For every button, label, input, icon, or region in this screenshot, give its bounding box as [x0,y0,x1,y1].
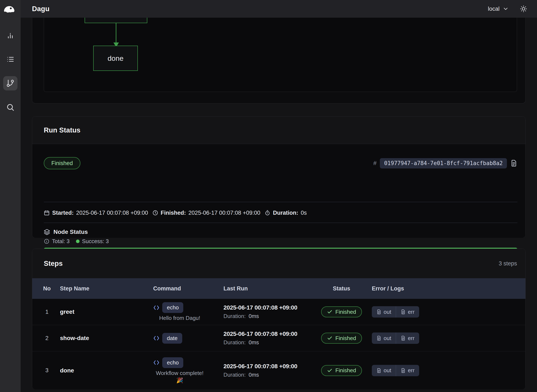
stdout-label: out [384,335,391,341]
run-status-card: Run Status Finished # 01977947-a784-7e01… [32,116,526,238]
sidebar-item-search[interactable] [3,100,18,114]
node-status-title: Node Status [53,229,88,235]
dag-graph-canvas: done [44,18,517,92]
sidebar [0,0,21,392]
duration-label: Duration: [223,372,246,378]
steps-table-header: No Step Name Command Last Run Status Err… [32,278,525,299]
started-value: 2025-06-17 00:07:08 +09:00 [76,210,148,216]
run-times-row: Started: 2025-06-17 00:07:08 +09:00 Fini… [44,207,307,219]
stderr-log-button[interactable]: err [396,365,419,376]
sidebar-item-dag-list[interactable] [3,52,18,66]
col-header-last-run: Last Run [223,278,325,299]
run-id-value[interactable]: 01977947-a784-7e01-8fcf-791acfbab8a2 [380,158,507,168]
run-id-group: # 01977947-a784-7e01-8fcf-791acfbab8a2 [373,158,518,168]
duration-value: 0ms [249,372,259,378]
node-counts-row: Total: 3 Success: 3 [44,238,109,245]
step-no: 3 [41,351,53,389]
stderr-log-button[interactable]: err [396,306,419,317]
dag-node-label: done [108,54,123,62]
command-args: Hello from Dagu! [154,314,206,322]
git-branch-icon [6,79,14,88]
info-icon [44,238,49,244]
check-icon [327,368,332,373]
steps-count: 3 steps [499,260,517,267]
duration-label: Duration: [223,339,246,346]
step-status-badge: Finished [321,333,362,344]
file-text-icon [377,368,382,373]
steps-table-body: 1 greet echo Hello from Dagu! [32,299,525,389]
sidebar-nav [0,28,21,114]
sidebar-item-dashboard[interactable] [3,28,18,42]
table-row: 2 show-date date [32,325,525,351]
stdout-log-button[interactable]: out [372,365,396,376]
layers-icon [44,229,50,235]
chevron-down-icon [503,6,509,12]
command-args: Workflow complete! 🎉 [154,369,206,384]
duration-value: 0ms [249,313,259,319]
col-header-status: Status [312,278,371,299]
dag-visualization-card: done [32,18,526,103]
status-badge-label: Finished [51,160,73,167]
top-bar: Dagu local [21,0,537,18]
file-text-icon [401,309,406,314]
sidebar-item-dag-runs[interactable] [3,76,18,90]
app-window: Dagu local [0,0,537,392]
duration-value: 0ms [249,339,259,346]
search-icon [6,103,14,112]
stdout-log-button[interactable]: out [372,332,396,344]
environment-label: local [488,6,499,12]
run-status-badge: Finished [44,157,80,169]
code-icon [153,359,160,366]
dag-edge [116,23,116,43]
file-text-icon [377,309,382,314]
table-row: 1 greet echo Hello from Dagu! [32,299,525,325]
stderr-label: err [408,335,415,341]
dag-node-partial[interactable] [85,18,147,23]
log-buttons: out err [372,306,419,317]
copy-run-id-button[interactable] [510,160,518,167]
dagu-logo[interactable] [4,5,15,14]
step-status-badge: Finished [321,306,362,317]
main-content: done Run Status Finished # 01977947-a784… [21,18,537,392]
environment-selector[interactable]: local [488,6,509,12]
run-status-header: Run Status [32,117,525,144]
finished-value: 2025-06-17 00:07:08 +09:00 [188,210,260,216]
node-status-row: Node Status [44,228,88,236]
step-no: 2 [41,325,53,351]
col-header-no: No [41,278,53,299]
stdout-log-button[interactable]: out [372,306,396,317]
success-count: Success: 3 [82,238,109,245]
step-name: show-date [60,325,148,351]
sun-icon [520,5,527,13]
file-text-icon [401,336,406,341]
command-chip: echo [162,302,183,313]
log-buttons: out err [372,365,419,376]
last-run-timestamp: 2025-06-17 00:07:08 +09:00 [223,331,297,337]
last-run-timestamp: 2025-06-17 00:07:08 +09:00 [223,363,297,370]
stderr-log-button[interactable]: err [396,332,419,344]
step-status-badge: Finished [321,365,362,376]
run-status-title: Run Status [44,126,80,134]
steps-title: Steps [44,260,63,267]
dag-node-done[interactable]: done [93,46,138,71]
steps-header: Steps 3 steps [32,249,525,278]
last-run-timestamp: 2025-06-17 00:07:08 +09:00 [223,304,297,311]
theme-toggle-button[interactable] [520,5,527,13]
col-header-command: Command [153,278,216,299]
stdout-label: out [384,309,391,315]
list-icon [6,55,14,63]
finished-label: Finished: [161,210,186,216]
log-buttons: out err [372,332,419,344]
duration-label: Duration: [223,313,246,319]
check-icon [327,309,332,315]
run-status-body: Finished # 01977947-a784-7e01-8fcf-791ac… [32,144,525,238]
stderr-label: err [408,367,415,374]
file-text-icon [401,368,406,373]
clock-icon [152,210,158,216]
calendar-icon [44,210,50,216]
code-icon [153,335,160,341]
hash-symbol: # [373,160,377,167]
total-count: Total: 3 [52,238,70,245]
bar-chart-icon [6,31,14,39]
stderr-label: err [408,309,415,315]
